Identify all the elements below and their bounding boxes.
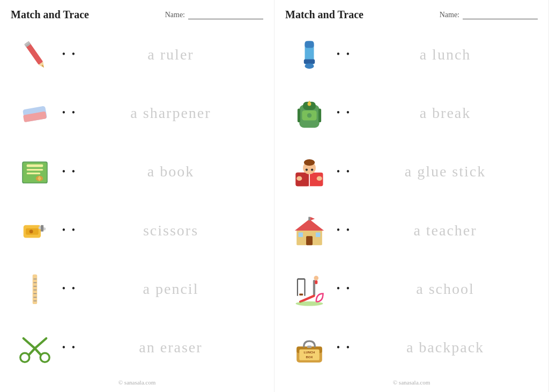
svg-point-40 [307, 113, 312, 118]
kid-reading-icon [291, 153, 328, 190]
glue-stick-icon [291, 36, 328, 73]
school-icon [291, 212, 328, 249]
eraser-icon-cell [11, 95, 59, 131]
left-dot-2 [59, 107, 69, 119]
book-icon [17, 153, 53, 190]
svg-line-32 [35, 349, 40, 354]
left-word-2: a sharpener [78, 105, 263, 122]
left-dot2-5 [69, 283, 78, 294]
left-dot-5 [59, 283, 69, 294]
lunchbox-icon-cell: LUNCH BOX [285, 329, 333, 366]
left-dot2-4 [69, 225, 78, 236]
right-row-5: a school [285, 263, 538, 314]
left-row-4: scissors [11, 205, 263, 256]
svg-point-52 [296, 176, 302, 181]
school-building-icon-cell [285, 212, 333, 249]
right-dot-5 [333, 283, 343, 294]
svg-rect-35 [304, 59, 315, 64]
right-dot-3 [333, 166, 343, 177]
left-name-line: Name: [165, 11, 263, 19]
right-word-2: a break [353, 105, 538, 122]
left-word-5: a pencil [78, 280, 263, 298]
svg-line-27 [24, 338, 35, 349]
pencil-icon [17, 36, 53, 73]
left-dot-6 [59, 342, 69, 353]
right-row-1: a lunch [285, 29, 538, 80]
svg-rect-66 [299, 293, 303, 295]
right-dot-4 [333, 225, 343, 236]
svg-rect-41 [298, 108, 300, 122]
right-row-2: a break [285, 87, 538, 138]
right-header: Match and Trace Name: [285, 9, 538, 21]
left-title: Match and Trace [11, 9, 89, 21]
svg-marker-60 [310, 217, 315, 220]
right-panel: Match and Trace Name: a lunch [274, 0, 549, 392]
svg-marker-55 [295, 219, 324, 230]
left-row-2: a sharpener [11, 87, 263, 138]
lunchbox-icon: LUNCH BOX [291, 329, 328, 366]
svg-rect-57 [299, 232, 303, 237]
svg-text:LUNCH: LUNCH [304, 351, 315, 354]
svg-line-62 [300, 296, 314, 302]
left-name-underline[interactable] [188, 11, 263, 19]
svg-line-28 [35, 338, 46, 349]
svg-rect-42 [318, 108, 321, 122]
left-dot2-6 [69, 342, 78, 353]
right-dot-1 [333, 49, 343, 60]
svg-point-49 [304, 159, 315, 166]
svg-line-31 [29, 349, 35, 354]
scissors-icon-cell [11, 329, 59, 366]
svg-point-50 [306, 169, 308, 171]
eraser-icon [17, 95, 53, 131]
right-row-3: a glue stick [285, 146, 538, 197]
left-word-1: a ruler [78, 46, 263, 63]
svg-text:BOX: BOX [306, 356, 313, 359]
right-dot2-4 [343, 225, 353, 236]
left-dot-4 [59, 225, 69, 236]
svg-rect-69 [315, 280, 317, 284]
svg-rect-58 [316, 232, 321, 237]
svg-rect-9 [27, 165, 43, 167]
left-header: Match and Trace Name: [11, 9, 263, 21]
svg-point-36 [305, 63, 314, 69]
left-dot2-3 [69, 166, 78, 177]
svg-point-18 [29, 230, 33, 233]
scissors-icon [17, 329, 53, 366]
pencil-icon-cell [11, 36, 59, 73]
left-dot2-2 [69, 107, 78, 119]
left-word-4: scissors [78, 222, 263, 239]
glue-icon-cell [285, 36, 333, 73]
left-dot-1 [59, 49, 69, 60]
left-dot-3 [59, 166, 69, 177]
right-rows: a lunch a break [285, 25, 538, 377]
right-word-1: a lunch [353, 46, 538, 63]
right-name-underline[interactable] [463, 11, 538, 19]
right-title: Match and Trace [285, 9, 363, 21]
book-icon-cell [11, 153, 59, 190]
left-rows: a ruler a sharpener [11, 25, 263, 377]
left-row-5: a pencil [11, 263, 263, 314]
kid-reading-icon-cell [285, 153, 333, 190]
right-footer: © sanasala.com [285, 377, 538, 387]
right-row-6: LUNCH BOX a backpack [285, 322, 538, 373]
backpack-icon-cell [285, 95, 333, 131]
right-name-label: Name: [440, 11, 459, 19]
left-footer: © sanasala.com [11, 377, 263, 387]
svg-rect-59 [308, 217, 310, 220]
right-word-4: a teacher [353, 222, 538, 239]
svg-rect-56 [306, 236, 313, 245]
left-panel: Match and Trace Name: [0, 0, 274, 392]
svg-point-30 [40, 353, 49, 362]
left-word-3: a book [78, 163, 263, 180]
left-dot2-1 [69, 49, 78, 60]
right-dot2-5 [343, 283, 353, 294]
right-dot2-3 [343, 166, 353, 177]
right-name-line: Name: [440, 11, 538, 19]
right-word-3: a glue stick [353, 163, 538, 180]
playground-icon-cell [285, 271, 333, 307]
right-dot-2 [333, 107, 343, 119]
svg-rect-34 [305, 41, 314, 48]
right-dot2-2 [343, 107, 353, 119]
right-dot-6 [333, 342, 343, 353]
right-dot2-6 [343, 342, 353, 353]
